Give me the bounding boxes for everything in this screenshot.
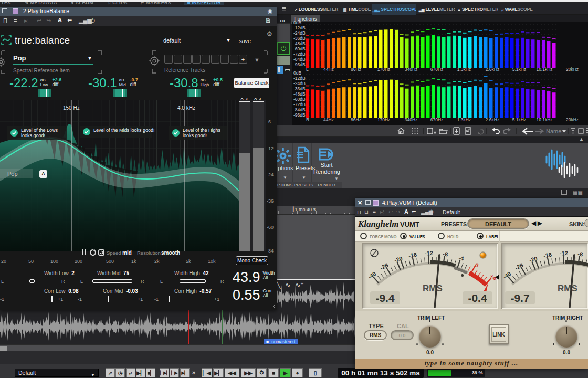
svg-text:-8: -8 [578, 250, 583, 257]
svg-text:340Hz: 340Hz [405, 117, 418, 122]
svg-text:-36dB: -36dB [293, 36, 306, 41]
svg-text:-60dB: -60dB [293, 97, 306, 102]
svg-text:10.1kHz: 10.1kHz [536, 117, 552, 122]
svg-text:0dB: 0dB [293, 20, 301, 25]
svg-text:-24dB: -24dB [293, 81, 306, 86]
svg-text:2.6kHz: 2.6kHz [486, 67, 499, 72]
svg-text:5.1kHz: 5.1kHz [512, 67, 526, 72]
svg-text:-96dB: -96dB [293, 62, 306, 67]
svg-text:-4: -4 [458, 254, 465, 261]
svg-text:L: L [306, 67, 309, 72]
svg-text:Name: Name [546, 128, 561, 134]
svg-text:0: 0 [474, 261, 479, 268]
svg-text:-12dB: -12dB [293, 25, 306, 30]
svg-text:20kHz: 20kHz [566, 67, 579, 72]
svg-text:-40: -40 [367, 270, 377, 280]
svg-text:170Hz: 170Hz [377, 117, 391, 122]
svg-text:170Hz: 170Hz [377, 67, 391, 72]
svg-text:-60dB: -60dB [293, 46, 306, 51]
svg-text:-12dB: -12dB [293, 76, 306, 81]
svg-text:-16: -16 [543, 251, 552, 259]
svg-text:670Hz: 670Hz [430, 117, 444, 122]
svg-text:-72dB: -72dB [293, 51, 306, 57]
svg-text:-36dB: -36dB [293, 86, 306, 91]
svg-text:44Hz: 44Hz [323, 117, 334, 122]
svg-text:-48dB: -48dB [293, 41, 306, 46]
svg-text:-96dB: -96dB [293, 112, 306, 118]
svg-text:86Hz: 86Hz [351, 117, 361, 122]
svg-text:20kHz: 20kHz [566, 117, 579, 122]
svg-text:-72dB: -72dB [293, 102, 306, 107]
svg-text:44Hz: 44Hz [323, 67, 334, 72]
svg-text:1.3kHz: 1.3kHz [457, 117, 471, 122]
svg-text:-24dB: -24dB [293, 30, 306, 36]
svg-text:86Hz: 86Hz [351, 67, 361, 72]
svg-text:R: R [306, 117, 309, 122]
svg-text:-12: -12 [560, 250, 568, 256]
svg-text:0dB: 0dB [293, 70, 301, 76]
svg-text:5.1kHz: 5.1kHz [512, 117, 526, 122]
svg-text:340Hz: 340Hz [405, 67, 418, 72]
svg-text:-12: -12 [425, 250, 433, 256]
svg-text:670Hz: 670Hz [430, 67, 444, 72]
svg-text:-8: -8 [443, 250, 448, 257]
svg-text:-16: -16 [408, 251, 417, 259]
svg-text:10.1kHz: 10.1kHz [536, 67, 552, 72]
svg-text:-48dB: -48dB [293, 91, 306, 97]
svg-text:-40: -40 [502, 270, 512, 280]
svg-text:-84dB: -84dB [293, 107, 306, 112]
svg-text:-84dB: -84dB [293, 57, 306, 62]
svg-text:1.3kHz: 1.3kHz [457, 67, 471, 72]
svg-text:2.6kHz: 2.6kHz [486, 117, 499, 122]
